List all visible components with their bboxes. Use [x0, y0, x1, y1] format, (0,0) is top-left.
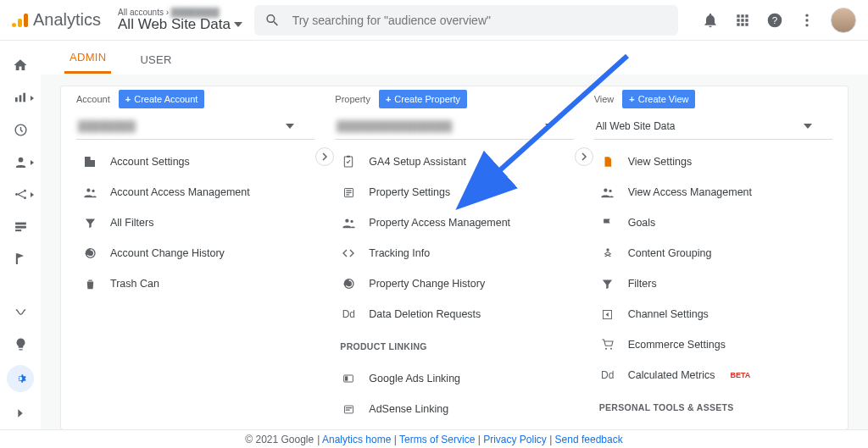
- svg-point-32: [604, 188, 607, 191]
- view-item[interactable]: Channel Settings: [594, 299, 832, 329]
- help-icon[interactable]: ?: [766, 12, 783, 29]
- view-item[interactable]: Goals: [594, 207, 832, 238]
- svg-point-9: [18, 157, 23, 162]
- view-selector[interactable]: All Web Site Data: [594, 115, 832, 140]
- svg-rect-21: [346, 190, 351, 191]
- view-item[interactable]: View Settings: [594, 147, 832, 177]
- property-item[interactable]: DdData Deletion Requests: [335, 299, 573, 329]
- search-input[interactable]: [291, 13, 668, 28]
- svg-rect-27: [345, 376, 348, 380]
- footer: © 2021 Google | Analytics home | Terms o…: [0, 429, 868, 448]
- svg-point-36: [605, 348, 607, 350]
- item-label: Trash Can: [110, 278, 159, 290]
- svg-point-33: [609, 189, 612, 191]
- svg-rect-5: [15, 97, 18, 102]
- svg-point-25: [350, 219, 353, 222]
- account-item[interactable]: Account Settings: [76, 147, 314, 177]
- realtime-icon[interactable]: [9, 119, 31, 141]
- svg-point-4: [805, 24, 808, 26]
- item-label: Ecommerce Settings: [628, 339, 726, 351]
- column-label: Account: [76, 94, 110, 104]
- history-icon: [340, 277, 357, 290]
- footer-link[interactable]: Terms of Service: [399, 434, 475, 445]
- account-selector[interactable]: ████████: [76, 115, 314, 140]
- group-icon: [599, 246, 616, 260]
- svg-rect-29: [346, 407, 353, 408]
- collapse-property-icon[interactable]: [575, 147, 593, 166]
- property-item[interactable]: Property Access Management: [335, 207, 573, 238]
- account-switcher[interactable]: All accounts › ████████ All Web Site Dat…: [118, 8, 242, 33]
- item-label: Property Access Management: [369, 217, 510, 229]
- footer-link[interactable]: Send feedback: [555, 434, 623, 445]
- building-icon: [81, 155, 98, 169]
- svg-rect-7: [23, 93, 25, 102]
- property-selector[interactable]: ████████████████: [335, 115, 573, 140]
- reports-icon[interactable]: [9, 86, 31, 108]
- tab-admin[interactable]: ADMIN: [64, 42, 111, 74]
- view-item[interactable]: Ecommerce Settings: [594, 329, 832, 360]
- account-item[interactable]: All Filters: [76, 207, 314, 238]
- property-item[interactable]: Property Change History: [335, 268, 573, 299]
- item-label: Property Change History: [369, 278, 485, 290]
- create-account-button[interactable]: +Create Account: [119, 90, 205, 108]
- adsense-icon: [340, 403, 357, 416]
- footer-link[interactable]: Analytics home: [322, 434, 391, 445]
- settings-icon: [340, 186, 357, 199]
- svg-rect-13: [15, 222, 26, 224]
- view-item[interactable]: DdCalculated MetricsBETA: [594, 360, 832, 390]
- svg-point-24: [345, 218, 348, 222]
- account-item[interactable]: Account Change History: [76, 238, 314, 268]
- dd-icon: Dd: [340, 308, 357, 320]
- account-path: All accounts › ████████: [118, 8, 242, 17]
- conversions-icon[interactable]: [9, 247, 31, 269]
- audience-icon[interactable]: [9, 151, 31, 173]
- item-label: AdSense Linking: [369, 403, 448, 415]
- item-label: Filters: [628, 278, 657, 290]
- svg-point-2: [805, 14, 808, 16]
- cart-icon: [599, 338, 616, 351]
- svg-rect-19: [347, 156, 350, 158]
- view-item[interactable]: Filters: [594, 268, 832, 299]
- behavior-icon[interactable]: [9, 215, 31, 237]
- svg-point-16: [86, 188, 90, 191]
- account-item[interactable]: Trash Can: [76, 268, 314, 299]
- view-item[interactable]: View Access Management: [594, 177, 832, 207]
- discover-icon[interactable]: [9, 333, 31, 355]
- svg-point-34: [606, 248, 609, 251]
- apps-icon[interactable]: [734, 12, 751, 29]
- caret-down-icon: [234, 22, 242, 27]
- search-bar[interactable]: [254, 5, 678, 36]
- page-icon: [599, 155, 616, 169]
- svg-point-10: [15, 193, 18, 196]
- account-item[interactable]: Account Access Management: [76, 177, 314, 207]
- tab-user[interactable]: USER: [135, 45, 176, 74]
- column-view: View +Create View All Web Site Data View…: [584, 86, 843, 429]
- bell-icon[interactable]: [702, 12, 719, 29]
- acquisition-icon[interactable]: [9, 183, 31, 205]
- view-item[interactable]: Content Grouping: [594, 238, 832, 268]
- item-label: Account Access Management: [110, 186, 250, 198]
- property-item[interactable]: Property Settings: [335, 177, 573, 207]
- admin-icon[interactable]: [7, 365, 34, 392]
- collapse-icon[interactable]: [9, 402, 31, 424]
- create-property-button[interactable]: +Create Property: [379, 90, 467, 108]
- attribution-icon[interactable]: [9, 301, 31, 323]
- avatar[interactable]: [831, 8, 856, 33]
- footer-link[interactable]: Privacy Policy: [483, 434, 547, 445]
- create-view-button[interactable]: +Create View: [622, 90, 695, 108]
- svg-point-37: [610, 348, 612, 350]
- ga-logo-icon: [12, 14, 28, 27]
- subhead-product-linking: PRODUCT LINKING: [335, 329, 573, 357]
- property-item[interactable]: GA4 Setup Assistant: [335, 147, 573, 177]
- item-label: View Access Management: [628, 186, 752, 198]
- more-vert-icon[interactable]: [798, 12, 815, 29]
- caret-down-icon: [804, 124, 812, 129]
- home-icon[interactable]: [9, 54, 31, 76]
- property-item[interactable]: Tracking Info: [335, 238, 573, 268]
- svg-rect-14: [15, 225, 26, 228]
- linking-item[interactable]: Google Ads Linking: [335, 363, 573, 394]
- svg-text:?: ?: [772, 14, 778, 25]
- item-label: Content Grouping: [628, 247, 712, 259]
- linking-item[interactable]: AdSense Linking: [335, 394, 573, 424]
- svg-rect-22: [346, 191, 351, 192]
